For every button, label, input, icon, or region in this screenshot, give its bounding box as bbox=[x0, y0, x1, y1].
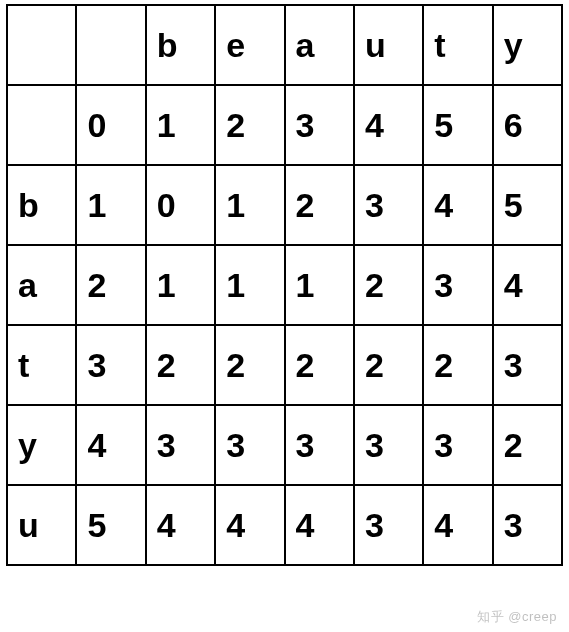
row-index: 2 bbox=[76, 245, 145, 325]
value-cell: 3 bbox=[354, 405, 423, 485]
value-cell: 3 bbox=[493, 485, 562, 565]
value-cell: 1 bbox=[146, 245, 215, 325]
value-cell: 4 bbox=[493, 245, 562, 325]
empty-cell bbox=[76, 5, 145, 85]
value-cell: 2 bbox=[215, 325, 284, 405]
col-index: 3 bbox=[285, 85, 354, 165]
table-row: b 1 0 1 2 3 4 5 bbox=[7, 165, 562, 245]
value-cell: 3 bbox=[423, 245, 492, 325]
row-label: y bbox=[7, 405, 76, 485]
table-row: y 4 3 3 3 3 3 2 bbox=[7, 405, 562, 485]
col-index: 5 bbox=[423, 85, 492, 165]
col-label: y bbox=[493, 5, 562, 85]
value-cell: 2 bbox=[285, 165, 354, 245]
col-index: 1 bbox=[146, 85, 215, 165]
value-cell: 2 bbox=[423, 325, 492, 405]
col-label: u bbox=[354, 5, 423, 85]
empty-cell bbox=[7, 85, 76, 165]
value-cell: 2 bbox=[354, 245, 423, 325]
value-cell: 2 bbox=[354, 325, 423, 405]
value-cell: 3 bbox=[285, 405, 354, 485]
col-index: 2 bbox=[215, 85, 284, 165]
value-cell: 3 bbox=[354, 165, 423, 245]
col-label: e bbox=[215, 5, 284, 85]
table-row: u 5 4 4 4 3 4 3 bbox=[7, 485, 562, 565]
col-label: a bbox=[285, 5, 354, 85]
value-cell: 3 bbox=[493, 325, 562, 405]
col-index: 4 bbox=[354, 85, 423, 165]
col-label: b bbox=[146, 5, 215, 85]
value-cell: 1 bbox=[215, 165, 284, 245]
value-cell: 2 bbox=[493, 405, 562, 485]
col-index: 0 bbox=[76, 85, 145, 165]
value-cell: 4 bbox=[423, 165, 492, 245]
row-label: a bbox=[7, 245, 76, 325]
value-cell: 4 bbox=[423, 485, 492, 565]
header-index-row: 0 1 2 3 4 5 6 bbox=[7, 85, 562, 165]
value-cell: 1 bbox=[215, 245, 284, 325]
value-cell: 3 bbox=[215, 405, 284, 485]
col-label: t bbox=[423, 5, 492, 85]
col-index: 6 bbox=[493, 85, 562, 165]
row-label: t bbox=[7, 325, 76, 405]
value-cell: 2 bbox=[285, 325, 354, 405]
row-index: 3 bbox=[76, 325, 145, 405]
watermark-text: 知乎 @creep bbox=[477, 608, 557, 626]
row-label: b bbox=[7, 165, 76, 245]
value-cell: 3 bbox=[354, 485, 423, 565]
value-cell: 5 bbox=[493, 165, 562, 245]
value-cell: 4 bbox=[215, 485, 284, 565]
row-index: 5 bbox=[76, 485, 145, 565]
value-cell: 2 bbox=[146, 325, 215, 405]
table-row: a 2 1 1 1 2 3 4 bbox=[7, 245, 562, 325]
row-index: 4 bbox=[76, 405, 145, 485]
header-letters-row: b e a u t y bbox=[7, 5, 562, 85]
value-cell: 4 bbox=[285, 485, 354, 565]
value-cell: 1 bbox=[285, 245, 354, 325]
value-cell: 3 bbox=[423, 405, 492, 485]
value-cell: 0 bbox=[146, 165, 215, 245]
row-index: 1 bbox=[76, 165, 145, 245]
row-label: u bbox=[7, 485, 76, 565]
empty-cell bbox=[7, 5, 76, 85]
value-cell: 3 bbox=[146, 405, 215, 485]
edit-distance-table: b e a u t y 0 1 2 3 4 5 6 b 1 0 1 2 3 4 … bbox=[6, 4, 563, 566]
table-row: t 3 2 2 2 2 2 3 bbox=[7, 325, 562, 405]
value-cell: 4 bbox=[146, 485, 215, 565]
